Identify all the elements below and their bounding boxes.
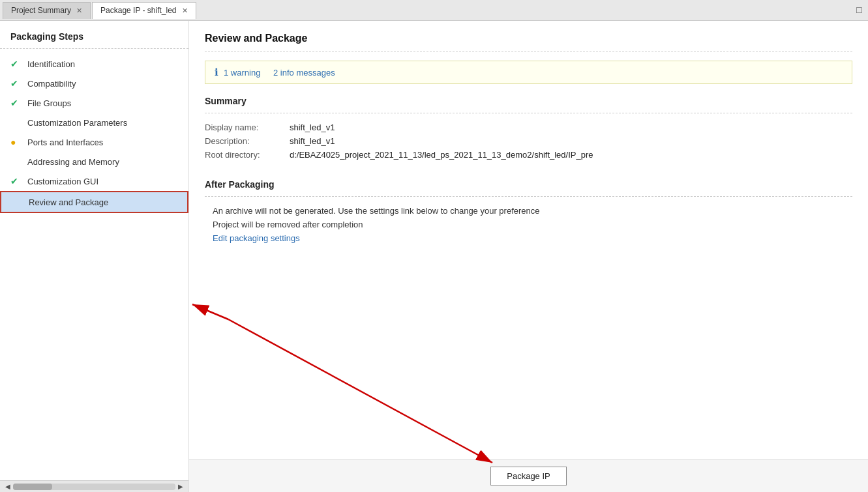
edit-packaging-settings-link[interactable]: Edit packaging settings (205, 233, 852, 243)
sidebar-item-customization-parameters[interactable]: Customization Parameters (0, 113, 188, 132)
tab-package-ip-label: Package IP - shift_led (100, 6, 177, 15)
content-inner: Review and Package ℹ 1 warning 2 info me… (189, 21, 868, 459)
packaging-text-2: Project will be removed after completion (205, 220, 852, 229)
root-dir-label: Root directory: (205, 150, 290, 160)
sidebar-item-addressing-memory-label: Addressing and Memory (27, 157, 119, 167)
tab-project-summary-close[interactable]: ✕ (76, 7, 82, 15)
sidebar-item-customization-gui[interactable]: ✔ Customization GUI (0, 171, 188, 191)
title-divider (205, 51, 852, 51)
warn-icon-ports: ● (10, 137, 22, 147)
summary-divider (205, 113, 852, 113)
packaging-text-1: An archive will not be generated. Use th… (205, 206, 852, 216)
sidebar-item-identification-label: Identification (27, 59, 75, 69)
display-name-value: shift_led_v1 (290, 123, 335, 132)
restore-icon[interactable]: ☐ (856, 6, 863, 15)
scroll-track[interactable] (13, 484, 175, 490)
scroll-right-arrow[interactable]: ▶ (175, 483, 186, 490)
summary-row-display-name: Display name: shift_led_v1 (205, 123, 852, 132)
sidebar: Packaging Steps ✔ Identification ✔ Compa… (0, 21, 189, 492)
check-icon-customization-gui: ✔ (10, 176, 22, 186)
empty-icon-addressing (10, 156, 22, 167)
tab-bar: Project Summary ✕ Package IP - shift_led… (0, 0, 868, 21)
tab-package-ip[interactable]: Package IP - shift_led ✕ (92, 2, 196, 19)
tab-project-summary-label: Project Summary (11, 6, 71, 15)
warning-count-link[interactable]: 1 warning (224, 68, 260, 78)
summary-row-root-dir: Root directory: d:/EBAZ4025_project_2021… (205, 150, 852, 160)
sidebar-item-review-package[interactable]: Review and Package (0, 191, 188, 213)
description-label: Description: (205, 136, 290, 146)
content-title: Review and Package (205, 33, 852, 44)
summary-section-title: Summary (205, 96, 852, 106)
scroll-left-arrow[interactable]: ◀ (3, 483, 13, 490)
sidebar-item-identification[interactable]: ✔ Identification (0, 54, 188, 74)
sidebar-item-review-package-label: Review and Package (29, 197, 108, 207)
check-icon-file-groups: ✔ (10, 98, 22, 108)
scroll-thumb[interactable] (13, 484, 52, 490)
info-circle-icon: ℹ (215, 66, 218, 78)
after-packaging-title: After Packaging (205, 179, 852, 190)
sidebar-items: ✔ Identification ✔ Compatibility ✔ File … (0, 51, 188, 480)
warning-banner: ℹ 1 warning 2 info messages (205, 61, 852, 84)
info-count-link[interactable]: 2 info messages (273, 68, 335, 78)
main-container: Packaging Steps ✔ Identification ✔ Compa… (0, 21, 868, 492)
root-dir-value: d:/EBAZ4025_project_2021_11_13/led_ps_20… (290, 150, 593, 160)
display-name-label: Display name: (205, 123, 290, 132)
sidebar-item-file-groups[interactable]: ✔ File Groups (0, 93, 188, 113)
tab-project-summary[interactable]: Project Summary ✕ (3, 2, 91, 19)
summary-row-description: Description: shift_led_v1 (205, 136, 852, 146)
sidebar-item-customization-parameters-label: Customization Parameters (27, 118, 127, 128)
tab-package-ip-close[interactable]: ✕ (182, 7, 188, 15)
sidebar-item-ports-interfaces-label: Ports and Interfaces (27, 137, 103, 147)
check-icon-compatibility: ✔ (10, 78, 22, 89)
sidebar-item-customization-gui-label: Customization GUI (27, 177, 98, 186)
window-controls: ☐ (856, 6, 863, 15)
content-footer: Package IP (189, 459, 868, 492)
empty-icon-customization (10, 117, 22, 128)
sidebar-item-compatibility-label: Compatibility (27, 79, 76, 89)
content-area: Review and Package ℹ 1 warning 2 info me… (189, 21, 868, 492)
after-packaging-divider (205, 196, 852, 197)
package-ip-button[interactable]: Package IP (490, 467, 567, 485)
sidebar-title: Packaging Steps (0, 21, 188, 49)
sidebar-item-ports-interfaces[interactable]: ● Ports and Interfaces (0, 132, 188, 152)
check-icon-identification: ✔ (10, 59, 22, 69)
description-value: shift_led_v1 (290, 136, 335, 146)
sidebar-item-file-groups-label: File Groups (27, 98, 71, 108)
sidebar-item-addressing-memory[interactable]: Addressing and Memory (0, 152, 188, 171)
sidebar-scrollbar: ◀ ▶ (0, 480, 188, 492)
empty-icon-review (12, 197, 23, 207)
after-packaging-section: After Packaging An archive will not be g… (205, 179, 852, 243)
sidebar-item-compatibility[interactable]: ✔ Compatibility (0, 74, 188, 93)
